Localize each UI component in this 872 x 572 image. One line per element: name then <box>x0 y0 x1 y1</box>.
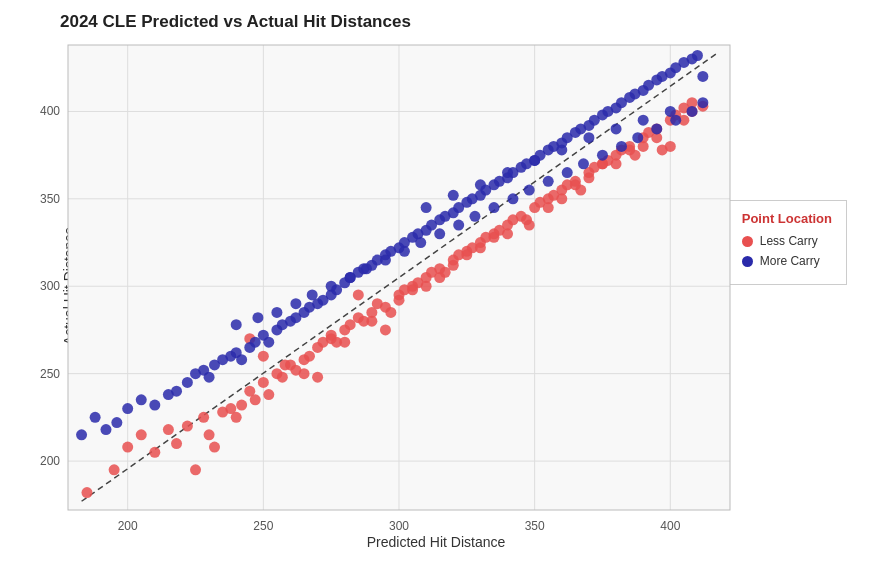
svg-point-141 <box>111 417 122 428</box>
svg-point-121 <box>475 242 486 253</box>
svg-point-23 <box>81 487 92 498</box>
svg-text:300: 300 <box>389 519 409 533</box>
svg-point-245 <box>616 141 627 152</box>
svg-point-231 <box>361 263 372 274</box>
svg-point-224 <box>231 319 242 330</box>
svg-point-117 <box>421 281 432 292</box>
svg-point-30 <box>182 421 193 432</box>
svg-point-29 <box>171 438 182 449</box>
svg-point-48 <box>304 351 315 362</box>
svg-point-32 <box>198 412 209 423</box>
svg-point-155 <box>236 354 247 365</box>
svg-point-238 <box>488 202 499 213</box>
scatter-plot: 200250300350400200250300350400 <box>0 0 872 572</box>
svg-point-143 <box>136 394 147 405</box>
svg-point-120 <box>461 249 472 260</box>
svg-point-241 <box>543 176 554 187</box>
svg-point-150 <box>204 372 215 383</box>
svg-point-41 <box>258 377 269 388</box>
svg-point-27 <box>149 447 160 458</box>
svg-point-147 <box>182 377 193 388</box>
svg-point-244 <box>597 150 608 161</box>
svg-point-249 <box>687 106 698 117</box>
svg-point-223 <box>697 71 708 82</box>
svg-text:250: 250 <box>40 367 60 381</box>
svg-point-235 <box>434 228 445 239</box>
svg-text:400: 400 <box>660 519 680 533</box>
svg-point-247 <box>651 123 662 134</box>
svg-point-226 <box>271 307 282 318</box>
svg-point-225 <box>252 312 263 323</box>
svg-point-34 <box>209 442 220 453</box>
svg-text:350: 350 <box>525 519 545 533</box>
svg-point-26 <box>136 429 147 440</box>
svg-point-107 <box>280 359 291 370</box>
svg-point-246 <box>632 132 643 143</box>
svg-point-114 <box>380 324 391 335</box>
svg-point-38 <box>236 400 247 411</box>
svg-point-254 <box>502 167 513 178</box>
svg-point-242 <box>562 167 573 178</box>
svg-point-232 <box>380 255 391 266</box>
svg-point-33 <box>204 429 215 440</box>
svg-point-60 <box>385 307 396 318</box>
svg-point-116 <box>407 284 418 295</box>
svg-point-37 <box>231 412 242 423</box>
svg-point-125 <box>543 202 554 213</box>
svg-point-108 <box>299 368 310 379</box>
svg-point-109 <box>312 372 323 383</box>
svg-point-233 <box>399 246 410 257</box>
svg-point-106 <box>258 351 269 362</box>
svg-point-259 <box>638 115 649 126</box>
svg-point-42 <box>263 389 274 400</box>
svg-point-138 <box>76 429 87 440</box>
svg-point-146 <box>171 386 182 397</box>
svg-point-255 <box>529 155 540 166</box>
svg-text:200: 200 <box>40 454 60 468</box>
svg-point-24 <box>109 464 120 475</box>
svg-point-229 <box>326 281 337 292</box>
svg-point-159 <box>263 337 274 348</box>
svg-point-130 <box>611 158 622 169</box>
svg-point-44 <box>277 372 288 383</box>
svg-point-124 <box>524 220 535 231</box>
svg-point-112 <box>353 289 364 300</box>
svg-point-239 <box>507 193 518 204</box>
svg-point-134 <box>665 141 676 152</box>
svg-point-222 <box>692 50 703 61</box>
svg-point-25 <box>122 442 133 453</box>
svg-point-40 <box>250 394 261 405</box>
svg-point-113 <box>366 316 377 327</box>
svg-point-228 <box>307 289 318 300</box>
chart-container: 2024 CLE Predicted vs Actual Hit Distanc… <box>0 0 872 572</box>
svg-point-240 <box>524 185 535 196</box>
svg-point-115 <box>394 295 405 306</box>
svg-point-257 <box>583 132 594 143</box>
svg-text:200: 200 <box>118 519 138 533</box>
svg-point-234 <box>415 237 426 248</box>
svg-point-227 <box>290 298 301 309</box>
svg-point-128 <box>583 172 594 183</box>
svg-point-127 <box>570 179 581 190</box>
svg-point-253 <box>475 179 486 190</box>
svg-point-140 <box>100 424 111 435</box>
svg-point-252 <box>448 190 459 201</box>
svg-point-142 <box>122 403 133 414</box>
svg-point-28 <box>163 424 174 435</box>
svg-point-123 <box>502 228 513 239</box>
svg-point-126 <box>556 193 567 204</box>
svg-point-144 <box>149 400 160 411</box>
svg-point-230 <box>345 272 356 283</box>
svg-point-122 <box>488 232 499 243</box>
svg-point-139 <box>90 412 101 423</box>
svg-point-243 <box>578 158 589 169</box>
svg-point-31 <box>190 464 201 475</box>
svg-point-118 <box>434 272 445 283</box>
svg-point-260 <box>665 106 676 117</box>
svg-text:300: 300 <box>40 279 60 293</box>
svg-point-111 <box>339 337 350 348</box>
svg-text:400: 400 <box>40 104 60 118</box>
svg-point-250 <box>697 97 708 108</box>
svg-point-258 <box>611 123 622 134</box>
svg-point-119 <box>448 260 459 271</box>
